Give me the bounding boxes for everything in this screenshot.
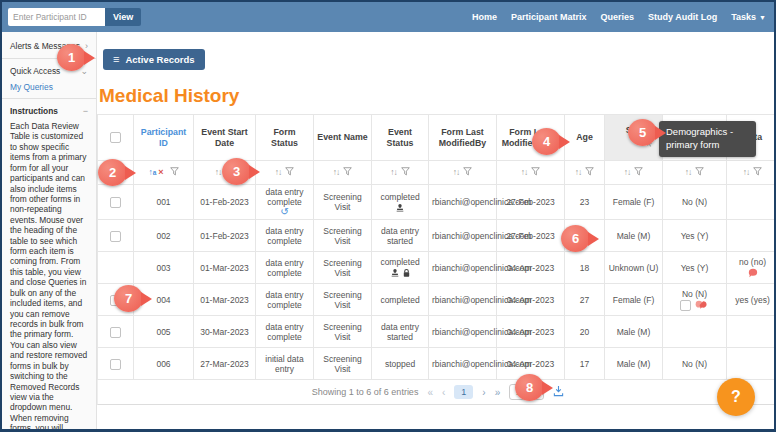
- participant-id-input[interactable]: [8, 8, 105, 26]
- column-header-form_last_modified_by[interactable]: Form Last ModifiedBy: [429, 115, 497, 161]
- cell-event_start_date: 01-Mar-2023: [194, 252, 256, 284]
- cell-form_status: data entry complete: [256, 252, 314, 284]
- row-checkbox[interactable]: [110, 359, 121, 370]
- view-button[interactable]: View: [105, 8, 141, 26]
- first-page-button[interactable]: «: [427, 387, 433, 398]
- cell-event_status: data entry started: [372, 316, 429, 348]
- filter-icon[interactable]: [401, 167, 410, 178]
- cell-age: 18: [565, 252, 605, 284]
- cell-vs_data: [727, 220, 776, 252]
- download-icon[interactable]: [553, 385, 564, 399]
- filter-icon[interactable]: [170, 167, 179, 178]
- sort-icon[interactable]: ↑↓: [624, 167, 631, 177]
- column-header-form_status[interactable]: Form Status: [256, 115, 314, 161]
- select-all-checkbox[interactable]: [110, 132, 121, 143]
- active-records-button[interactable]: ≡ Active Records: [103, 49, 205, 70]
- column-header-participant_id[interactable]: Participant ID: [134, 115, 194, 161]
- collapse-icon: −: [83, 106, 88, 116]
- nav-link-queries[interactable]: Queries: [601, 12, 635, 22]
- cell-event_status: completed: [372, 284, 429, 316]
- query-icon[interactable]: [746, 268, 760, 278]
- callout-badge-1: 1: [57, 44, 86, 71]
- cell-vs_perform: No (N): [663, 348, 727, 380]
- filter-icon[interactable]: [753, 167, 762, 178]
- cell-participant_id: 002: [134, 220, 194, 252]
- sort-icon[interactable]: ↑↓: [215, 167, 222, 177]
- table-row: 00401-Mar-2023data entry completeScreeni…: [98, 284, 776, 316]
- cell-event_name: Screening Visit: [314, 348, 372, 380]
- callout-badge-2: 2: [98, 159, 127, 186]
- cell-event_start_date: 01-Mar-2023: [194, 284, 256, 316]
- filter-icon[interactable]: [531, 167, 540, 178]
- divider: [2, 98, 96, 99]
- sort-icon[interactable]: ↑↓: [453, 167, 460, 177]
- table-filter-row: ↑a×↑↓↑↓↑↓↑↓↑↓↑↓↑↓↑↓↑↓↑↓: [98, 161, 776, 185]
- cell-form_status: initial data entry: [256, 348, 314, 380]
- filter-icon[interactable]: [585, 167, 594, 178]
- column-header-event_name[interactable]: Event Name: [314, 115, 372, 161]
- queries-icon[interactable]: [693, 300, 709, 310]
- cell-form_last_modified_by: rbianchi@openclinica.com: [429, 185, 497, 220]
- nav-link-participant-matrix[interactable]: Participant Matrix: [511, 12, 587, 22]
- cell-form_status: data entry complete: [256, 284, 314, 316]
- current-page-button[interactable]: 1: [454, 385, 473, 399]
- sort-ascending-icon[interactable]: ↑a: [148, 167, 156, 177]
- cell-select: [98, 185, 134, 220]
- cell-vs_perform: Yes (Y): [663, 252, 727, 284]
- column-header-age[interactable]: Age: [565, 115, 605, 161]
- cell-vs_perform: Yes (Y): [663, 220, 727, 252]
- sort-icon[interactable]: ↑↓: [275, 167, 282, 177]
- top-navbar: View Home Participant Matrix Queries Stu…: [2, 2, 774, 32]
- cell-event_start_date: 01-Feb-2023: [194, 220, 256, 252]
- filter-icon[interactable]: [634, 167, 643, 178]
- menu-icon: ≡: [113, 54, 119, 65]
- column-header-event_start_date[interactable]: Event Start Date: [194, 115, 256, 161]
- cell-age: 17: [565, 348, 605, 380]
- cell-sex: Male (M): [605, 220, 663, 252]
- sort-icon[interactable]: ↑↓: [333, 167, 340, 177]
- cell-vs_perform: No (N): [663, 284, 727, 316]
- row-checkbox[interactable]: [680, 300, 691, 311]
- row-checkbox[interactable]: [110, 197, 121, 208]
- row-checkbox[interactable]: [110, 231, 121, 242]
- cell-form_last_modified_by: rbianchi@openclinica.com: [429, 284, 497, 316]
- filter-icon[interactable]: [343, 167, 352, 178]
- nav-link-study-audit-log[interactable]: Study Audit Log: [648, 12, 717, 22]
- sidebar-item-instructions[interactable]: Instructions −: [10, 105, 88, 117]
- table-footer: Showing 1 to 6 of 6 entries « ‹ 1 › » 20…: [97, 380, 776, 405]
- nav-menu-tasks[interactable]: Tasks▼: [731, 12, 766, 22]
- app-window: { "colors": { "nav_blue": "#5b87b2", "bu…: [0, 0, 776, 432]
- sidebar-link-my-queries[interactable]: My Queries: [10, 82, 88, 92]
- nav-link-home[interactable]: Home: [472, 12, 497, 22]
- cell-event_name: Screening Visit: [314, 316, 372, 348]
- undo-icon[interactable]: ↺: [259, 207, 310, 217]
- sort-icon[interactable]: ↑↓: [390, 167, 397, 177]
- cell-participant_id: 005: [134, 316, 194, 348]
- cell-vs_data: [727, 348, 776, 380]
- sort-icon[interactable]: ↑↓: [685, 167, 692, 177]
- cell-vs_data: yes (yes): [727, 284, 776, 316]
- row-checkbox[interactable]: [110, 327, 121, 338]
- cell-form_last_modified_by: rbianchi@openclinica.com: [429, 220, 497, 252]
- chevron-right-icon: ›: [85, 41, 88, 51]
- clear-sort-icon[interactable]: ×: [158, 167, 163, 177]
- next-page-button[interactable]: ›: [482, 387, 485, 398]
- help-button[interactable]: ?: [717, 378, 755, 416]
- cell-vs_data: [727, 316, 776, 348]
- filter-icon[interactable]: [285, 167, 294, 178]
- sort-icon[interactable]: ↑↓: [521, 167, 528, 177]
- cell-select: [98, 316, 134, 348]
- filter-cell-age: ↑↓: [565, 161, 605, 185]
- column-header-event_status[interactable]: Event Status: [372, 115, 429, 161]
- filter-icon[interactable]: [695, 167, 704, 178]
- cell-form_last_modified_by: rbianchi@openclinica.com: [429, 348, 497, 380]
- sort-icon[interactable]: ↑↓: [743, 167, 750, 177]
- filter-icon[interactable]: [463, 167, 472, 178]
- cell-form_last_modified_date: 04-Apr-2023: [497, 284, 565, 316]
- last-page-button[interactable]: »: [495, 387, 501, 398]
- sort-icon[interactable]: ↑↓: [575, 167, 582, 177]
- cell-event_status: data entry started: [372, 220, 429, 252]
- cell-event_start_date: 27-Mar-2023: [194, 348, 256, 380]
- prev-page-button[interactable]: ‹: [442, 387, 445, 398]
- cell-select: [98, 252, 134, 284]
